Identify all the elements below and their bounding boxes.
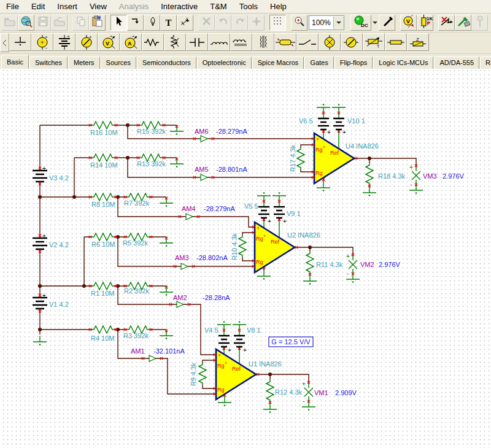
palette-capacitor[interactable] [186,33,208,51]
voltmeter-symbols[interactable]: + - + - + - [302,164,420,404]
label-v6[interactable]: V6 5 [299,117,313,125]
palette-battery[interactable]: + [53,33,75,51]
opamp-u4[interactable]: + Rg + Rg - Ref [314,133,354,183]
tab-logic-ics-mcus[interactable]: Logic ICs-MCUs [373,56,433,69]
palette-coupled-inductor[interactable] [230,33,252,51]
label-am4[interactable]: AM4 [182,205,196,212]
menu-file[interactable]: File [0,1,25,12]
menu-tools[interactable]: Tools [233,1,264,12]
palette-voltmeter[interactable]: V+ [98,33,120,51]
label-r15[interactable]: R15 392k [137,128,166,135]
tab-gates[interactable]: Gates [304,56,333,69]
label-r14[interactable]: R14 10M [90,161,118,169]
palette-transformer[interactable] [252,33,274,51]
grid-toggle-button[interactable] [269,15,286,31]
label-v5[interactable]: V5 5 [244,203,258,210]
label-r12[interactable]: R12 4.3k [275,388,303,396]
label-r9[interactable]: R9 4.3k [190,363,197,386]
palette-ammeter[interactable]: A+ [120,33,142,51]
label-r7[interactable]: R7 392k [124,199,149,207]
label-u4[interactable]: U4 INA826 [346,142,379,150]
label-r8[interactable]: R8 10M [91,201,115,208]
label-am3[interactable]: AM3 [175,254,189,261]
menu-edit[interactable]: Edit [25,1,51,12]
menu-view[interactable]: View [83,1,113,12]
test-probe-button[interactable] [455,15,471,31]
palette-resistor[interactable] [142,33,164,51]
label-v4[interactable]: V4 5 [204,326,218,334]
select-cursor-button[interactable] [110,15,127,31]
tab-ad-da-555[interactable]: AD/DA-555 [434,56,479,69]
label-r10[interactable]: R10 4.3k [231,233,238,260]
zoom-level-combo[interactable]: 100% [309,15,344,30]
probe-tool-button[interactable] [379,15,395,31]
voltmeter-tool-button[interactable]: V [400,15,417,31]
label-r16[interactable]: R16 10M [90,129,118,136]
paste-button[interactable] [89,15,106,31]
palette-relay[interactable] [274,33,296,51]
tab-spice-macros[interactable]: Spice Macros [252,56,304,69]
tab-meters[interactable]: Meters [68,56,100,69]
zoom-dropdown-arrow-icon[interactable] [333,17,344,29]
label-am1[interactable]: AM1 [131,347,145,355]
tab-optoelectronic[interactable]: Optoelectronic [197,56,252,69]
open-web-button[interactable] [18,15,34,31]
palette-ground[interactable] [9,33,31,51]
label-r18[interactable]: R18 4.3k [378,172,406,180]
palette-scroll-left-button[interactable] [0,33,9,52]
label-r3[interactable]: R3 392k [123,332,149,339]
menu-tm[interactable]: T&M [204,1,233,12]
label-r6[interactable]: R6 10M [91,241,115,248]
label-vm1[interactable]: VM1 [314,389,328,396]
menu-interactive[interactable]: Interactive [155,1,204,12]
palette-thermistor[interactable]: T [363,33,385,51]
menu-help[interactable]: Help [264,1,293,12]
menu-insert[interactable]: Insert [51,1,83,12]
opamp-u2[interactable]: + Rg + Rg - Ref [255,222,295,272]
label-r5[interactable]: R5 392k [123,239,148,247]
opamp-u1[interactable]: + Rg + Rg - Ref [216,349,256,400]
schematic-canvas[interactable]: + Rg + Rg - Ref + Rg + Rg - Ref + Rg + R… [0,70,491,448]
dimension-tool-button[interactable] [177,15,193,31]
palette-voltage-source[interactable]: +- [31,33,53,51]
resistance-tool-button[interactable]: 1K [417,15,433,31]
label-v9[interactable]: V9 1 [287,210,301,217]
label-r2[interactable]: R2 392k [124,287,149,295]
label-r13[interactable]: R13 392k [137,160,166,168]
label-v2[interactable]: V2 4.2 [49,241,69,249]
label-am2[interactable]: AM2 [173,294,187,301]
label-vm3[interactable]: VM3 [423,172,437,180]
label-am6[interactable]: AM6 [195,128,209,135]
label-r11[interactable]: R11 4.3k [316,261,343,268]
palette-lamp[interactable] [319,33,341,51]
palette-motor[interactable] [341,33,363,51]
palette-fuse[interactable] [385,33,407,51]
label-v1[interactable]: V1 4.2 [49,301,69,308]
palette-inductor[interactable] [208,33,230,51]
palette-current-source[interactable]: + [75,33,98,51]
batteries[interactable] [33,118,344,365]
zoom-in-button[interactable] [291,15,307,31]
signal-off-button[interactable] [438,15,455,31]
label-r17[interactable]: R17 4.3k [289,144,296,172]
label-u1[interactable]: U1 INA826 [249,360,282,368]
gain-note-box[interactable]: G = 12.5 V/V [269,337,313,347]
label-v10[interactable]: V10 1 [347,117,365,125]
dc-interactive-button[interactable]: DC [350,15,371,31]
label-am5[interactable]: AM5 [195,166,209,173]
palette-potentiometer[interactable] [164,33,186,51]
palette-switch[interactable] [296,33,319,51]
tab-sources[interactable]: Sources [101,56,136,69]
tab-rf[interactable]: RF [480,56,491,69]
label-r1[interactable]: R1 10M [91,290,115,297]
label-v3[interactable]: V3 4.2 [49,174,69,182]
tab-semiconductors[interactable]: Semiconductors [137,56,196,69]
wire-tool-button[interactable] [127,15,144,31]
label-u2[interactable]: U2 INA826 [287,231,320,239]
label-v8[interactable]: V8 1 [247,326,261,334]
palette-impedance[interactable]: Z [407,33,429,51]
text-tool-button[interactable]: T [160,15,177,31]
tab-flip-flops[interactable]: Flip-flops [334,56,373,69]
label-r4[interactable]: R4 10M [91,334,115,342]
tab-switches[interactable]: Switches [29,56,68,69]
